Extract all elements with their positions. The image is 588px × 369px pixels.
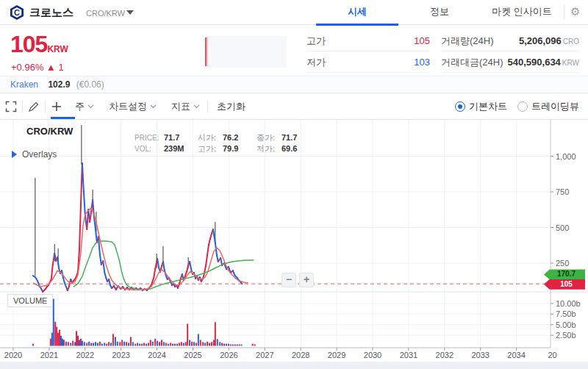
overlays-toggle[interactable]: Overlays [12,149,57,160]
exchange-price: 102.9 [48,79,70,90]
chevron-down-icon [87,104,94,109]
chart-symbol-label: CRO/KRW [26,126,73,137]
exchange-alt-price: (€0.06) [76,79,104,90]
price-tick-label: 1,000 [556,152,576,161]
exchange-row[interactable]: Kraken 102.9 (€0.06) [0,76,588,93]
current-price-badge: 105 [544,279,585,290]
x-axis-year-label: 2028 [292,351,309,359]
x-axis-year-label: 2030 [364,351,381,359]
legend-open: 76.2 [223,132,257,143]
volume-pane-label: VOLUME [7,294,53,307]
legend-low: 69.6 [282,143,315,154]
current-price: 105KRW [10,31,68,58]
low-value: 103 [414,51,430,72]
play-triangle-icon [12,151,17,158]
radio-selected-icon [455,101,465,112]
x-axis-year-label: 2034 [507,351,525,359]
x-axis-year-label: 2031 [400,351,417,359]
coin-title: 크로노스 [29,6,74,20]
stat-row-low: 저가 103 [306,51,430,73]
x-axis-year-label: 2021 [40,351,58,359]
stat-row-high: 고가 105 [306,30,430,51]
price-chart-canvas[interactable] [0,120,588,369]
high-low-stats: 고가 105 저가 103 [306,30,430,73]
x-axis-year-label: 2024 [148,351,165,359]
stat-row-volume: 거래량(24H) 5,206,096CRO [441,30,579,51]
tab-price[interactable]: 시세 [316,0,398,25]
cronos-logo-icon: C [10,5,24,20]
radio-basic-chart[interactable]: 기본차트 [455,100,507,113]
page-header: C 크로노스 CRO/KRW 시세 정보 마켓 인사이트 ⚙ [0,0,588,25]
chart-type-radios: 기본차트 트레이딩뷰 [455,93,579,120]
fullscreen-icon[interactable] [5,101,17,112]
volume-stats: 거래량(24H) 5,206,096CRO 거래대금(24H) 540,590,… [441,30,579,73]
volume-tick-label: 7.50b [556,309,576,318]
active-tool-underline [51,117,75,119]
x-axis-year-label: 2027 [256,351,273,359]
legend-high: 79.9 [223,143,257,154]
chart-settings-dropdown[interactable]: 차트설정 [109,100,157,113]
x-axis-year-label: 2029 [328,351,345,359]
mini-sparkline [204,36,287,68]
chart-toolbar: 주 차트설정 지표 초기화 기본차트 트레이딩뷰 [0,93,588,120]
volume-tick-label: 10.00b [556,299,581,308]
volume-tick-label: 5.00b [556,320,576,329]
header-divider [564,5,564,20]
x-axis-year-label: 20 [548,351,556,359]
tab-market-insight[interactable]: 마켓 인사이트 [481,0,563,25]
price-tick-label: 750 [556,187,569,196]
x-axis-year-label: 2020 [4,351,22,359]
legend-vol: 239M [164,143,198,154]
radio-tradingview[interactable]: 트레이딩뷰 [517,100,579,113]
x-axis-year-label: 2023 [112,351,129,359]
upper-price-badge: 170.7 [544,269,585,279]
price-tick-label: 500 [556,223,569,232]
x-axis-year-label: 2026 [220,351,237,359]
indicators-dropdown[interactable]: 지표 [171,100,200,113]
price-currency: KRW [47,44,68,54]
gear-icon[interactable]: ⚙ [570,5,580,18]
up-arrow-icon: ▲ [46,62,56,73]
high-value: 105 [414,30,430,51]
volume-tick-label: 2.50b [556,331,576,340]
zoom-out-button[interactable]: − [282,273,296,287]
volume-value: 5,206,096CRO [519,30,579,51]
zoom-in-button[interactable]: + [299,273,314,287]
price-tick-label: 250 [556,259,569,268]
chart-legend: PRICE:71.7시가:76.2종가:71.7 VOL:239M고가:79.9… [135,132,315,154]
x-axis-year-label: 2033 [471,351,489,359]
quote-section: 105KRW +0.96% ▲ 1 고가 105 저가 103 거래량(24H)… [0,25,588,76]
interval-dropdown[interactable]: 주 [75,100,94,113]
legend-price: 71.7 [164,132,198,143]
x-axis-year-label: 2032 [436,351,453,359]
draw-pencil-icon[interactable] [28,101,40,112]
reset-button[interactable]: 초기화 [217,100,245,113]
turnover-value: 540,590,634KRW [508,51,579,72]
legend-close: 71.7 [282,132,315,143]
chevron-down-icon [150,104,157,109]
coin-dropdown-caret-icon[interactable] [126,10,134,15]
tab-info[interactable]: 정보 [398,0,481,25]
x-axis-year-label: 2022 [76,351,94,359]
exchange-name[interactable]: Kraken [10,79,38,90]
stat-row-turnover: 거래대금(24H) 540,590,634KRW [441,51,579,73]
price-change: +0.96% ▲ 1 [11,62,64,73]
coin-pair-label: CRO/KRW [86,9,125,18]
chart-area: CRO/KRW Overlays PRICE:71.7시가:76.2종가:71.… [0,120,588,369]
add-indicator-icon[interactable] [51,101,62,112]
x-axis-year-label: 2025 [184,351,201,359]
radio-unselected-icon [517,101,528,112]
header-tabs: 시세 정보 마켓 인사이트 [316,0,563,25]
chevron-down-icon [193,104,200,109]
bottom-scrollbar-track [0,362,588,369]
